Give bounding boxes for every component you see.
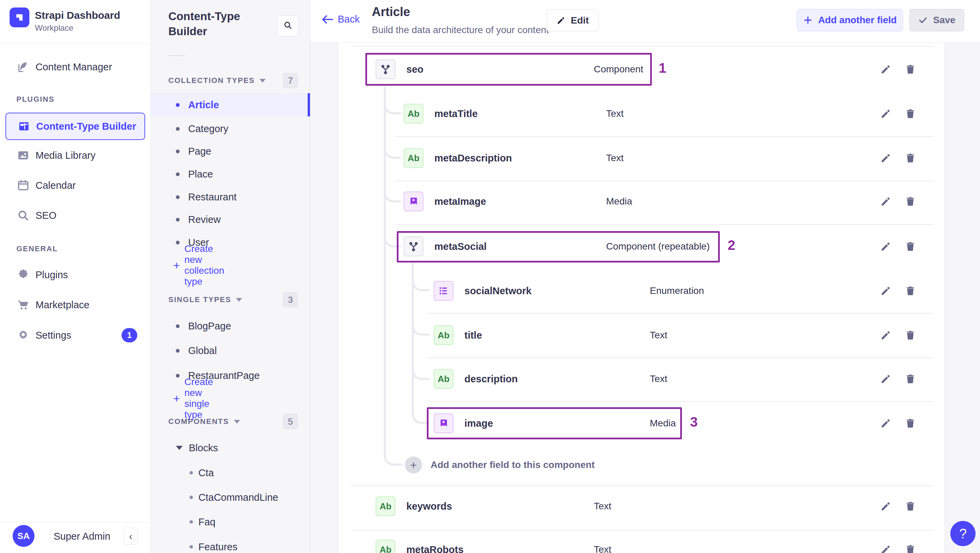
edit-field-button[interactable] xyxy=(879,543,892,553)
sidebar-item-label: Content-Type Builder xyxy=(36,121,136,132)
delete-field-button[interactable] xyxy=(904,416,917,430)
sidebar-item-seo[interactable]: SEO xyxy=(0,205,151,226)
single-types-header[interactable]: SINGLE TYPES xyxy=(168,295,242,305)
sidebar-item-content-type-builder[interactable]: Content-Type Builder xyxy=(5,113,145,140)
help-button[interactable]: ? xyxy=(950,521,975,546)
field-name: metaRobots xyxy=(406,544,464,553)
back-label: Back xyxy=(338,14,360,25)
collection-item-article[interactable]: Article xyxy=(151,93,310,116)
edit-field-button[interactable] xyxy=(879,372,892,386)
delete-field-button[interactable] xyxy=(904,284,917,298)
delete-field-button[interactable] xyxy=(904,543,917,553)
components-header[interactable]: COMPONENTS xyxy=(168,416,240,427)
bullet-icon xyxy=(189,545,193,548)
sidebar-item-plugins[interactable]: Plugins xyxy=(0,264,151,285)
search-icon xyxy=(283,21,293,32)
gear-icon xyxy=(16,328,31,343)
edit-field-button[interactable] xyxy=(879,416,892,430)
edit-field-button[interactable] xyxy=(879,499,892,513)
media-field-icon xyxy=(434,413,453,433)
collection-item-label: Place xyxy=(188,168,213,180)
component-item-faq[interactable]: Faq xyxy=(151,512,310,532)
delete-field-button[interactable] xyxy=(904,107,917,121)
sidebar-item-media-library[interactable]: Media Library xyxy=(0,145,151,166)
field-row-metarobots: Ab metaRobots Text xyxy=(375,528,934,553)
cart-icon xyxy=(16,297,31,312)
sidebar-item-settings[interactable]: Settings 1 xyxy=(0,325,151,346)
collection-item-label: Category xyxy=(188,123,228,135)
check-icon xyxy=(918,15,928,25)
sidebar-item-marketplace[interactable]: Marketplace xyxy=(0,294,151,315)
delete-field-button[interactable] xyxy=(904,62,917,76)
delete-field-button[interactable] xyxy=(904,328,917,342)
collection-item-label: Restaurant xyxy=(188,192,237,203)
bullet-icon xyxy=(176,127,180,131)
component-item-label: Features xyxy=(198,541,237,553)
delete-field-button[interactable] xyxy=(904,195,917,208)
sidebar-item-calendar[interactable]: Calendar xyxy=(0,175,151,196)
add-another-field-button[interactable]: Add another field xyxy=(797,9,903,32)
row-divider xyxy=(351,46,934,47)
content-manager-icon xyxy=(16,59,31,75)
sidebar-item-label: Plugins xyxy=(35,269,68,281)
text-field-icon: Ab xyxy=(404,148,423,168)
edit-field-button[interactable] xyxy=(879,62,892,76)
calendar-icon xyxy=(16,178,31,193)
tree-elbow xyxy=(384,231,401,248)
sidebar-collapse-button[interactable]: ‹ xyxy=(124,528,138,545)
component-item-cta[interactable]: Cta xyxy=(151,462,310,483)
sidebar-item-label: Media Library xyxy=(35,150,95,161)
sidebar-item-label: Marketplace xyxy=(35,299,89,311)
annotation-number-3: 3 xyxy=(690,415,698,430)
save-label: Save xyxy=(933,15,955,25)
field-name: socialNetwork xyxy=(465,285,532,297)
components-group-blocks[interactable]: Blocks xyxy=(151,438,310,458)
save-button[interactable]: Save xyxy=(909,9,964,32)
avatar[interactable]: SA xyxy=(13,525,35,547)
bullet-icon xyxy=(176,172,180,176)
component-field-icon xyxy=(375,59,395,79)
collection-item-user[interactable]: User xyxy=(151,232,310,253)
single-item-blogpage[interactable]: BlogPage xyxy=(151,316,310,336)
field-name: metaSocial xyxy=(434,241,487,252)
edit-field-button[interactable] xyxy=(879,151,892,165)
search-button[interactable] xyxy=(278,15,298,37)
field-row-image: image Media xyxy=(434,401,934,445)
single-item-global[interactable]: Global xyxy=(151,340,310,361)
bullet-icon xyxy=(176,374,180,378)
collection-item-restaurant[interactable]: Restaurant xyxy=(151,187,310,207)
delete-field-button[interactable] xyxy=(904,499,917,513)
single-item-restaurantpage[interactable]: RestaurantPage xyxy=(151,365,310,386)
field-name: keywords xyxy=(406,501,452,512)
chevron-down-icon xyxy=(259,79,266,83)
general-section-label: GENERAL xyxy=(16,245,58,253)
delete-field-button[interactable] xyxy=(904,372,917,386)
edit-field-button[interactable] xyxy=(879,240,892,253)
collection-item-category[interactable]: Category xyxy=(151,118,310,139)
add-field-to-component-button[interactable]: + Add another field to this component xyxy=(375,448,934,482)
bullet-icon xyxy=(189,496,193,499)
section-label: COMPONENTS xyxy=(168,417,229,426)
edit-field-button[interactable] xyxy=(879,195,892,208)
edit-field-button[interactable] xyxy=(879,107,892,121)
pencil-icon xyxy=(557,16,565,25)
selected-indicator xyxy=(308,93,310,116)
edit-field-button[interactable] xyxy=(879,284,892,298)
edit-button[interactable]: Edit xyxy=(547,10,598,32)
delete-field-button[interactable] xyxy=(904,151,917,165)
collection-types-header[interactable]: COLLECTION TYPES xyxy=(168,75,266,86)
edit-field-button[interactable] xyxy=(879,328,892,342)
text-field-icon: Ab xyxy=(404,104,423,124)
back-link[interactable]: Back xyxy=(321,14,360,25)
collection-item-page[interactable]: Page xyxy=(151,141,310,162)
field-row-metasocial: metaSocial Component (repeatable) xyxy=(404,224,934,269)
collection-item-review[interactable]: Review xyxy=(151,209,310,230)
settings-badge: 1 xyxy=(122,328,137,342)
bullet-icon xyxy=(176,218,180,221)
sidebar-item-content-manager[interactable]: Content Manager xyxy=(0,56,151,78)
collection-item-place[interactable]: Place xyxy=(151,164,310,184)
component-item-ctacommandline[interactable]: CtaCommandLine xyxy=(151,487,310,508)
plus-icon xyxy=(803,15,813,25)
delete-field-button[interactable] xyxy=(904,240,917,253)
component-item-features[interactable]: Features xyxy=(151,537,310,553)
